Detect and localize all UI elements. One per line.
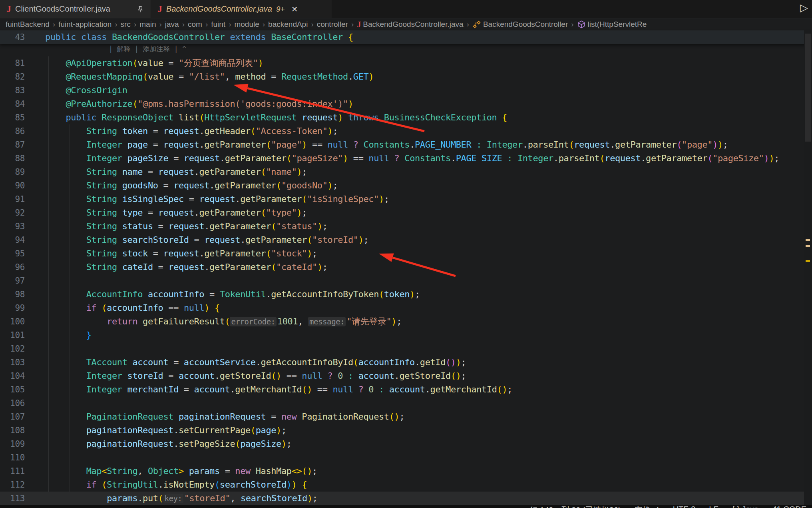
code-token: throws [343,112,384,122]
breadcrumb-item[interactable]: list(HttpServletRe [577,20,647,29]
code-line[interactable]: 111 Map<String, Object> params = new Has… [0,464,812,478]
code-line[interactable]: 91 String isSingleSpec = request.getPara… [0,192,812,206]
code-line[interactable]: 87 Integer page = request.getParameter("… [0,138,812,152]
status-item[interactable]: { } Java [732,505,759,508]
code-token: ; [302,167,307,177]
code-token [45,85,66,95]
code-token: . [194,167,199,177]
breadcrumb-item[interactable]: src [121,20,131,29]
code-token: { [215,303,220,313]
code-line[interactable]: 90 String goodsNo = request.getParameter… [0,179,812,192]
code-line[interactable]: 94 String searchStoreId = request.getPar… [0,233,812,247]
code-line[interactable]: 110 [0,451,812,464]
code-token: pageSize [127,153,174,163]
code-line[interactable]: 105 Integer merchantId = account.getMerc… [0,383,812,396]
code-line[interactable]: 96 String cateId = request.getParameter(… [0,260,812,274]
breadcrumb-item[interactable]: backendApi [268,20,308,29]
code-line[interactable]: 81 @ApiOperation(value = "分页查询商品列表") [0,56,812,70]
code-token: () [497,384,508,394]
inlay-hint: errorCode: [230,317,276,326]
code-line[interactable]: 103 TAccount account = accountService.ge… [0,356,812,369]
status-item[interactable]: 行 143，列 80 (已选择26) [530,505,621,508]
breadcrumb-item[interactable]: module [234,20,259,29]
code-text: params.put(key:"storeId", searchStoreId)… [25,492,318,505]
code-token: ( [143,72,148,82]
code-token [45,208,86,218]
breadcrumb-item[interactable]: BackendGoodsController [472,20,568,29]
code-token: parseInt [528,140,569,150]
code-token [45,439,86,449]
code-line[interactable]: 107 PaginationRequest paginationRequest … [0,410,812,424]
code-token: ; [384,194,389,204]
code-token: status [122,221,158,231]
code-token: = [148,167,158,177]
code-line[interactable]: 109 paginationRequest.setPageSize(pageSi… [0,437,812,451]
code-token: ( [158,493,163,503]
code-token: < [102,466,107,476]
code-line[interactable]: 101 } [0,328,812,342]
line-number: 109 [0,437,25,451]
code-token: , [137,466,148,476]
breadcrumb-item[interactable]: com [188,20,202,29]
code-token [45,58,66,68]
tab-clientgoodscontroller[interactable]: J ClientGoodsController.java [0,0,151,18]
breadcrumb-item[interactable]: controller [317,20,348,29]
code-line[interactable]: 112 if (StringUtil.isNotEmpty(searchStor… [0,478,812,492]
breadcrumb-item[interactable]: main [139,20,156,29]
code-token: request [184,153,220,163]
line-number: 93 [0,220,25,233]
code-line[interactable]: 108 paginationRequest.setCurrentPage(pag… [0,424,812,437]
scrollbar-thumb[interactable] [805,34,811,142]
code-line[interactable]: 86 String token = request.getHeader("Acc… [0,124,812,138]
breadcrumb-item[interactable]: java [165,20,179,29]
code-token: null [328,140,353,150]
status-item[interactable]: LF [709,505,718,508]
code-line[interactable]: 82 @RequestMapping(value = "/list", meth… [0,70,812,84]
breadcrumb-item[interactable]: fuint-application [58,20,111,29]
close-icon[interactable]: ✕ [291,4,298,14]
code-line[interactable]: 95 String stock = request.getParameter("… [0,247,812,260]
scrollbar[interactable] [804,30,812,505]
pin-icon[interactable] [136,5,144,13]
code-token: Integer [86,384,127,394]
code-line[interactable]: 102 [0,342,812,356]
sticky-scroll-line[interactable]: 43public class BackendGoodsController ex… [0,30,812,44]
breadcrumb-item[interactable]: fuint [211,20,225,29]
run-button[interactable]: ▷ [800,2,808,14]
code-token: getAccountInfoByToken [271,289,379,299]
breadcrumb-separator: › [205,20,208,29]
code-line[interactable]: 85 public ResponseObject list(HttpServle… [0,111,812,124]
code-token: setPageSize [179,439,235,449]
code-line[interactable]: 89 String name = request.getParameter("n… [0,165,812,179]
status-item[interactable]: 41 CODE [772,505,806,508]
code-text: String token = request.getHeader("Access… [25,124,338,138]
code-token: account [358,371,394,381]
code-line[interactable]: 84 @PreAuthorize("@pms.hasPermission('go… [0,97,812,111]
code-editor[interactable]: 81 @ApiOperation(value = "分页查询商品列表")82 @… [0,56,812,505]
code-token: RequestMethod [281,72,348,82]
code-token: ( [266,140,271,150]
code-line[interactable]: 100 return getFailureResult(errorCode:10… [0,315,812,328]
code-token [45,180,86,190]
breadcrumb-item[interactable]: JBackendGoodsController.java [357,20,463,29]
tab-backendgoodscontroller[interactable]: J BackendGoodsController.java 9+ ✕ [151,0,332,18]
code-line[interactable]: 83 @CrossOrigin [0,84,812,97]
code-token: = [168,371,179,381]
code-token: value [137,58,168,68]
code-line[interactable]: 104 Integer storeId = account.getStoreId… [0,369,812,383]
status-item[interactable]: UTF-8 [673,505,696,508]
java-file-icon: J [357,20,361,29]
code-line[interactable]: 88 Integer pageSize = request.getParamet… [0,152,812,165]
code-token: } [86,330,92,340]
current-code-line[interactable]: 113 params.put(key:"storeId", searchStor… [0,492,812,505]
code-token: ( [132,58,137,68]
breadcrumb-item[interactable]: fuintBackend [6,20,50,29]
code-line[interactable]: 99 if (accountInfo == null) { [0,301,812,315]
status-item[interactable]: 空格: 4 [634,505,659,508]
code-line[interactable]: 98 AccountInfo accountInfo = TokenUtil.g… [0,288,812,301]
code-line[interactable]: 106 [0,396,812,410]
code-line[interactable]: 93 String status = request.getParameter(… [0,220,812,233]
code-token: () [451,371,461,381]
code-line[interactable]: 97 [0,274,812,288]
code-line[interactable]: 92 String type = request.getParameter("t… [0,206,812,220]
